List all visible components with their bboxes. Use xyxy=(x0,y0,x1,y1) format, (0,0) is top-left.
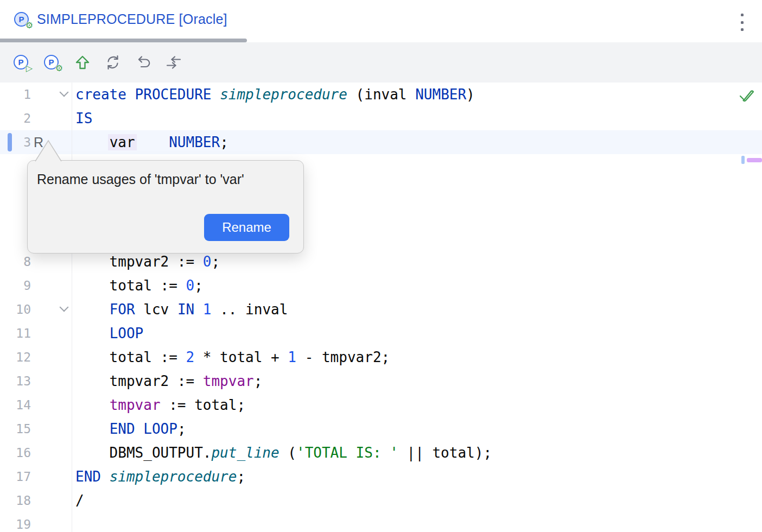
rename-popup-message: Rename usages of 'tmpvar' to 'var' xyxy=(37,172,244,187)
code-line: 13 tmpvar2 := tmpvar; xyxy=(0,369,762,393)
line-number: 17 xyxy=(16,465,31,489)
procedure-run-icon: P ▷ xyxy=(14,54,30,71)
gutter: 10 xyxy=(0,297,72,321)
line-number: 1 xyxy=(23,83,31,106)
line-number: 16 xyxy=(16,441,31,465)
procedure-settings-icon[interactable]: P ⚙ xyxy=(42,53,62,72)
code-line: 3R var NUMBER; xyxy=(0,130,762,154)
gutter: 12 xyxy=(0,345,72,369)
gutter: 13 xyxy=(0,369,72,393)
code-line: 2IS xyxy=(0,106,762,130)
code-line: 10 FOR lcv IN 1 .. inval xyxy=(0,297,762,321)
gutter: 14 xyxy=(0,393,72,417)
code-line: 12 total := 2 * total + 1 - tmpvar2; xyxy=(0,345,762,369)
gutter: 16 xyxy=(0,441,72,465)
line-number: 8 xyxy=(23,250,31,274)
navigate-icon[interactable] xyxy=(164,53,183,72)
fold-chevron-icon[interactable] xyxy=(60,90,67,97)
code-line: 16 DBMS_OUTPUT.put_line ('TOTAL IS: ' ||… xyxy=(0,441,762,465)
procedure-gear-icon: P ⚙ xyxy=(44,54,60,71)
code-text[interactable]: END simpleprocedure; xyxy=(72,465,762,489)
gutter: 2 xyxy=(0,106,72,130)
refresh-icon[interactable] xyxy=(103,53,123,72)
code-editor[interactable]: 1create PROCEDURE simpleprocedure (inval… xyxy=(0,83,762,532)
code-text[interactable]: END LOOP; xyxy=(72,417,762,441)
code-text[interactable]: var NUMBER; xyxy=(72,130,762,154)
procedure-icon: P ⚙ xyxy=(14,11,30,28)
code-text[interactable]: LOOP xyxy=(72,321,762,345)
gear-icon: ⚙ xyxy=(26,21,33,30)
caret-line-marker xyxy=(8,133,12,151)
line-number: 14 xyxy=(16,393,31,417)
line-number: 9 xyxy=(23,274,31,297)
code-text[interactable]: total := 2 * total + 1 - tmpvar2; xyxy=(72,345,762,369)
rename-button[interactable]: Rename xyxy=(204,214,289,241)
code-line: 9 total := 0; xyxy=(0,274,762,297)
gutter: 9 xyxy=(0,274,72,297)
gear-icon: ⚙ xyxy=(55,64,63,73)
tab-bar: P ⚙ SIMPLEPROCEDURE [Oracle] xyxy=(0,0,762,39)
run-procedure-icon[interactable]: P ▷ xyxy=(12,53,31,72)
code-text[interactable]: FOR lcv IN 1 .. inval xyxy=(72,297,762,321)
gutter: 17 xyxy=(0,465,72,489)
gutter: 11 xyxy=(0,321,72,345)
code-text[interactable]: tmpvar2 := tmpvar; xyxy=(72,369,762,393)
code-text[interactable] xyxy=(72,512,762,532)
gutter: 15 xyxy=(0,417,72,441)
code-line: 18/ xyxy=(0,489,762,512)
active-tab-indicator xyxy=(0,39,247,42)
gutter: 1 xyxy=(0,83,72,106)
editor-toolbar: P ▷ P ⚙ xyxy=(0,42,762,83)
gutter: 18 xyxy=(0,489,72,512)
tab-title: SIMPLEPROCEDURE [Oracle] xyxy=(37,11,227,27)
code-text[interactable]: IS xyxy=(72,106,762,130)
submit-icon[interactable] xyxy=(73,53,92,72)
code-text[interactable]: total := 0; xyxy=(72,274,762,297)
popup-pointer xyxy=(29,140,70,162)
play-icon: ▷ xyxy=(26,64,33,73)
code-text[interactable]: DBMS_OUTPUT.put_line ('TOTAL IS: ' || to… xyxy=(72,441,762,465)
code-line: 14 tmpvar := total; xyxy=(0,393,762,417)
line-number: 2 xyxy=(23,106,31,130)
fold-chevron-icon[interactable] xyxy=(60,305,67,312)
code-text[interactable]: tmpvar := total; xyxy=(72,393,762,417)
line-number: 12 xyxy=(16,345,31,369)
scrollbar-caret-marker[interactable] xyxy=(741,156,745,164)
tab-simpleprocedure[interactable]: P ⚙ SIMPLEPROCEDURE [Oracle] xyxy=(14,0,227,39)
gutter: 19 xyxy=(0,512,72,532)
rollback-icon[interactable] xyxy=(134,53,153,72)
code-line: 19 xyxy=(0,512,762,532)
code-line: 15 END LOOP; xyxy=(0,417,762,441)
procedure-editor-window: P ⚙ SIMPLEPROCEDURE [Oracle] P ▷ P ⚙ xyxy=(0,0,762,532)
code-line: 1create PROCEDURE simpleprocedure (inval… xyxy=(0,83,762,106)
editor-lines: 1create PROCEDURE simpleprocedure (inval… xyxy=(0,83,762,532)
line-number: 18 xyxy=(16,489,31,512)
line-number: 15 xyxy=(16,417,31,441)
line-number: 10 xyxy=(16,297,31,321)
code-text[interactable]: create PROCEDURE simpleprocedure (inval … xyxy=(72,83,762,106)
code-line: 17END simpleprocedure; xyxy=(0,465,762,489)
kebab-menu-icon[interactable] xyxy=(738,14,746,31)
line-number: 11 xyxy=(16,321,31,345)
inspections-ok-check-icon[interactable] xyxy=(738,87,755,104)
code-text[interactable]: / xyxy=(72,489,762,512)
line-number: 19 xyxy=(16,512,31,532)
scrollbar-rename-marker[interactable] xyxy=(747,158,762,162)
line-number: 13 xyxy=(16,369,31,393)
code-line: 11 LOOP xyxy=(0,321,762,345)
rename-popup: Rename usages of 'tmpvar' to 'var' Renam… xyxy=(27,160,304,254)
